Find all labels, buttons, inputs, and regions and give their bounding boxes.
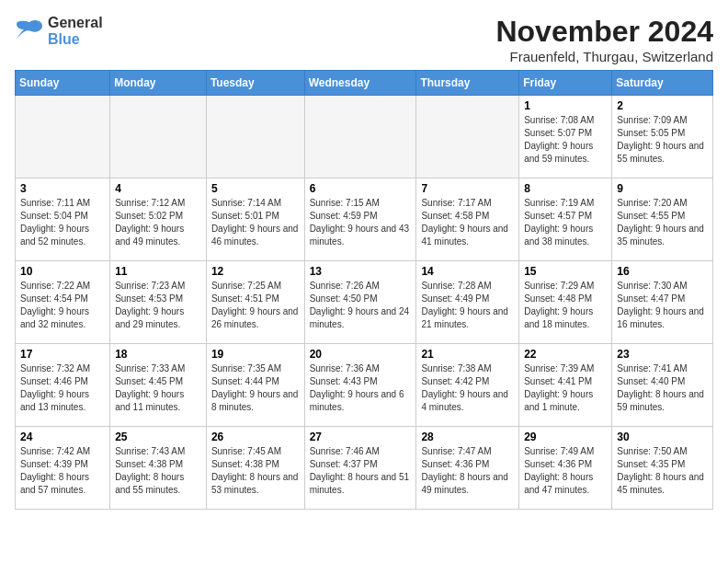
page-header: General Blue November 2024 Frauenfeld, T… — [15, 15, 713, 64]
weekday-header-tuesday: Tuesday — [206, 71, 304, 96]
weekday-header-wednesday: Wednesday — [304, 71, 416, 96]
day-info: Sunrise: 7:29 AM Sunset: 4:48 PM Dayligh… — [524, 280, 607, 331]
calendar-title: November 2024 — [495, 15, 713, 49]
weekday-header-monday: Monday — [110, 71, 207, 96]
calendar-subtitle: Frauenfeld, Thurgau, Switzerland — [495, 49, 713, 64]
weekday-header-sunday: Sunday — [16, 71, 110, 96]
day-number: 19 — [211, 348, 300, 361]
day-info: Sunrise: 7:08 AM Sunset: 5:07 PM Dayligh… — [524, 114, 607, 166]
day-number: 24 — [20, 431, 105, 443]
day-number: 10 — [20, 265, 105, 278]
day-info: Sunrise: 7:50 AM Sunset: 4:35 PM Dayligh… — [617, 445, 708, 497]
day-info: Sunrise: 7:38 AM Sunset: 4:42 PM Dayligh… — [421, 362, 514, 414]
day-info: Sunrise: 7:28 AM Sunset: 4:49 PM Dayligh… — [421, 280, 514, 331]
day-number: 22 — [524, 348, 607, 361]
day-info: Sunrise: 7:32 AM Sunset: 4:46 PM Dayligh… — [20, 362, 105, 414]
day-number: 21 — [421, 348, 514, 361]
day-number: 17 — [20, 348, 105, 361]
day-info: Sunrise: 7:30 AM Sunset: 4:47 PM Dayligh… — [617, 280, 708, 331]
calendar-cell — [416, 96, 519, 178]
day-number: 2 — [617, 99, 708, 112]
day-info: Sunrise: 7:22 AM Sunset: 4:54 PM Dayligh… — [20, 280, 105, 331]
day-info: Sunrise: 7:15 AM Sunset: 4:59 PM Dayligh… — [310, 197, 412, 248]
weekday-header-row: SundayMondayTuesdayWednesdayThursdayFrid… — [16, 71, 713, 96]
day-info: Sunrise: 7:47 AM Sunset: 4:36 PM Dayligh… — [421, 445, 514, 497]
day-number: 15 — [524, 265, 607, 278]
weekday-header-saturday: Saturday — [612, 71, 713, 96]
day-info: Sunrise: 7:39 AM Sunset: 4:41 PM Dayligh… — [524, 362, 607, 414]
logo-general: General — [48, 15, 103, 30]
calendar-cell — [110, 96, 207, 178]
calendar-cell: 22Sunrise: 7:39 AM Sunset: 4:41 PM Dayli… — [519, 344, 612, 427]
day-number: 6 — [310, 182, 412, 195]
calendar-cell: 12Sunrise: 7:25 AM Sunset: 4:51 PM Dayli… — [206, 261, 304, 344]
day-number: 16 — [617, 265, 708, 278]
day-number: 27 — [310, 431, 412, 443]
calendar-cell: 20Sunrise: 7:36 AM Sunset: 4:43 PM Dayli… — [304, 344, 416, 427]
day-info: Sunrise: 7:23 AM Sunset: 4:53 PM Dayligh… — [115, 280, 201, 331]
calendar-cell: 21Sunrise: 7:38 AM Sunset: 4:42 PM Dayli… — [416, 344, 519, 427]
calendar-cell: 7Sunrise: 7:17 AM Sunset: 4:58 PM Daylig… — [416, 178, 519, 261]
day-info: Sunrise: 7:42 AM Sunset: 4:39 PM Dayligh… — [20, 445, 105, 497]
calendar-cell: 5Sunrise: 7:14 AM Sunset: 5:01 PM Daylig… — [206, 178, 304, 261]
day-info: Sunrise: 7:26 AM Sunset: 4:50 PM Dayligh… — [310, 280, 412, 331]
calendar-cell: 17Sunrise: 7:32 AM Sunset: 4:46 PM Dayli… — [16, 344, 110, 427]
day-number: 8 — [524, 182, 607, 195]
day-number: 5 — [211, 182, 300, 195]
day-number: 20 — [310, 348, 412, 361]
calendar-week-row-2: 3Sunrise: 7:11 AM Sunset: 5:04 PM Daylig… — [16, 178, 713, 261]
logo-blue: Blue — [48, 31, 103, 48]
calendar-cell: 28Sunrise: 7:47 AM Sunset: 4:36 PM Dayli… — [416, 427, 519, 510]
calendar-cell: 26Sunrise: 7:45 AM Sunset: 4:38 PM Dayli… — [206, 427, 304, 510]
day-info: Sunrise: 7:35 AM Sunset: 4:44 PM Dayligh… — [211, 362, 300, 414]
calendar-week-row-4: 17Sunrise: 7:32 AM Sunset: 4:46 PM Dayli… — [16, 344, 713, 427]
calendar-cell — [304, 96, 416, 178]
calendar-cell: 10Sunrise: 7:22 AM Sunset: 4:54 PM Dayli… — [16, 261, 110, 344]
calendar-week-row-3: 10Sunrise: 7:22 AM Sunset: 4:54 PM Dayli… — [16, 261, 713, 344]
day-number: 26 — [211, 431, 300, 443]
day-number: 28 — [421, 431, 514, 443]
day-info: Sunrise: 7:17 AM Sunset: 4:58 PM Dayligh… — [421, 197, 514, 248]
day-number: 1 — [524, 99, 607, 112]
calendar-cell: 24Sunrise: 7:42 AM Sunset: 4:39 PM Dayli… — [16, 427, 110, 510]
calendar-cell: 16Sunrise: 7:30 AM Sunset: 4:47 PM Dayli… — [612, 261, 713, 344]
calendar-cell: 4Sunrise: 7:12 AM Sunset: 5:02 PM Daylig… — [110, 178, 207, 261]
calendar-cell: 14Sunrise: 7:28 AM Sunset: 4:49 PM Dayli… — [416, 261, 519, 344]
day-number: 30 — [617, 431, 708, 443]
day-info: Sunrise: 7:49 AM Sunset: 4:36 PM Dayligh… — [524, 445, 607, 497]
calendar-cell — [206, 96, 304, 178]
day-info: Sunrise: 7:11 AM Sunset: 5:04 PM Dayligh… — [20, 197, 105, 248]
calendar-cell: 13Sunrise: 7:26 AM Sunset: 4:50 PM Dayli… — [304, 261, 416, 344]
day-number: 12 — [211, 265, 300, 278]
calendar-cell: 9Sunrise: 7:20 AM Sunset: 4:55 PM Daylig… — [612, 178, 713, 261]
day-number: 3 — [20, 182, 105, 195]
calendar-cell: 30Sunrise: 7:50 AM Sunset: 4:35 PM Dayli… — [612, 427, 713, 510]
weekday-header-friday: Friday — [519, 71, 612, 96]
day-number: 25 — [115, 431, 201, 443]
day-info: Sunrise: 7:43 AM Sunset: 4:38 PM Dayligh… — [115, 445, 201, 497]
weekday-header-thursday: Thursday — [416, 71, 519, 96]
calendar-cell: 18Sunrise: 7:33 AM Sunset: 4:45 PM Dayli… — [110, 344, 207, 427]
day-number: 29 — [524, 431, 607, 443]
day-number: 18 — [115, 348, 201, 361]
calendar-cell: 29Sunrise: 7:49 AM Sunset: 4:36 PM Dayli… — [519, 427, 612, 510]
day-info: Sunrise: 7:45 AM Sunset: 4:38 PM Dayligh… — [211, 445, 300, 497]
day-info: Sunrise: 7:46 AM Sunset: 4:37 PM Dayligh… — [310, 445, 412, 497]
calendar-week-row-5: 24Sunrise: 7:42 AM Sunset: 4:39 PM Dayli… — [16, 427, 713, 510]
calendar-cell: 15Sunrise: 7:29 AM Sunset: 4:48 PM Dayli… — [519, 261, 612, 344]
calendar-cell: 11Sunrise: 7:23 AM Sunset: 4:53 PM Dayli… — [110, 261, 207, 344]
logo-bird-icon — [15, 18, 44, 44]
day-number: 4 — [115, 182, 201, 195]
day-info: Sunrise: 7:09 AM Sunset: 5:05 PM Dayligh… — [617, 114, 708, 166]
calendar-cell: 6Sunrise: 7:15 AM Sunset: 4:59 PM Daylig… — [304, 178, 416, 261]
day-info: Sunrise: 7:14 AM Sunset: 5:01 PM Dayligh… — [211, 197, 300, 248]
logo: General Blue — [15, 15, 103, 47]
day-info: Sunrise: 7:25 AM Sunset: 4:51 PM Dayligh… — [211, 280, 300, 331]
calendar-cell: 19Sunrise: 7:35 AM Sunset: 4:44 PM Dayli… — [206, 344, 304, 427]
calendar-week-row-1: 1Sunrise: 7:08 AM Sunset: 5:07 PM Daylig… — [16, 96, 713, 178]
calendar-cell: 25Sunrise: 7:43 AM Sunset: 4:38 PM Dayli… — [110, 427, 207, 510]
calendar-cell: 23Sunrise: 7:41 AM Sunset: 4:40 PM Dayli… — [612, 344, 713, 427]
calendar-cell: 8Sunrise: 7:19 AM Sunset: 4:57 PM Daylig… — [519, 178, 612, 261]
day-info: Sunrise: 7:19 AM Sunset: 4:57 PM Dayligh… — [524, 197, 607, 248]
day-number: 11 — [115, 265, 201, 278]
